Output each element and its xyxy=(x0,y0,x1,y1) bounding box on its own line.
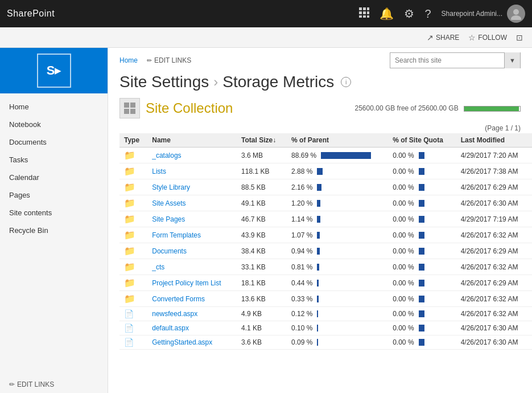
parent-bar xyxy=(317,280,319,286)
cell-type: 📁 xyxy=(119,163,147,179)
name-link[interactable]: newsfeed.aspx xyxy=(152,310,197,318)
quota-bar xyxy=(419,184,424,191)
cell-type: 📁 xyxy=(119,148,147,163)
quota-bar xyxy=(419,152,424,159)
cell-pct-quota: 0.00 % xyxy=(388,211,456,227)
cell-pct-quota: 0.00 % xyxy=(388,148,456,163)
name-link[interactable]: Site Pages xyxy=(152,215,185,223)
sidebar-item-tasks[interactable]: Tasks xyxy=(0,151,108,169)
name-link[interactable]: _cts xyxy=(152,263,164,271)
nav-icons: 🔔 ⚙ ? Sharepoint Admini... xyxy=(359,5,525,23)
quota-bar xyxy=(419,248,424,255)
col-name[interactable]: Name xyxy=(147,133,237,148)
sidebar-item-home[interactable]: Home xyxy=(0,98,108,116)
file-icon: 📄 xyxy=(124,309,134,318)
name-link[interactable]: Documents xyxy=(152,247,187,255)
cell-name: newsfeed.aspx xyxy=(147,307,237,321)
table-container: Type Name Total Size↓ % of Parent % of S… xyxy=(108,133,532,350)
cell-last-modified: 4/26/2017 6:32 AM xyxy=(456,227,532,243)
edit-links-button[interactable]: ✏ EDIT LINKS xyxy=(147,56,191,64)
cell-name: Converted Forms xyxy=(147,291,237,307)
sidebar: S ▶ Home Notebook Documents Tasks Calend… xyxy=(0,48,108,393)
cell-pct-parent: 2.16 % xyxy=(287,179,388,195)
svg-rect-5 xyxy=(367,11,369,14)
name-link[interactable]: Site Assets xyxy=(152,199,185,207)
sidebar-item-pages[interactable]: Pages xyxy=(0,186,108,204)
cell-size: 49.1 KB xyxy=(237,195,287,211)
follow-button[interactable]: ☆ FOLLOW xyxy=(468,33,507,42)
folder-icon: 📁 xyxy=(124,294,135,304)
svg-rect-6 xyxy=(359,15,362,18)
cell-pct-quota: 0.00 % xyxy=(388,335,456,350)
sidebar-item-site-contents[interactable]: Site contents xyxy=(0,204,108,222)
sidebar-item-label: Site contents xyxy=(9,208,52,217)
table-header-row: Type Name Total Size↓ % of Parent % of S… xyxy=(119,133,532,148)
star-icon: ☆ xyxy=(468,33,476,42)
info-icon[interactable]: i xyxy=(341,77,351,87)
name-link[interactable]: Converted Forms xyxy=(152,295,205,303)
cell-type: 📁 xyxy=(119,243,147,259)
cell-pct-quota: 0.00 % xyxy=(388,291,456,307)
cell-last-modified: 4/26/2017 6:29 AM xyxy=(456,179,532,195)
cell-pct-parent: 1.07 % xyxy=(287,227,388,243)
cell-size: 4.1 KB xyxy=(237,321,287,335)
svg-rect-4 xyxy=(363,11,366,14)
share-button[interactable]: ↗ SHARE xyxy=(427,33,459,42)
search-box[interactable]: ▼ xyxy=(390,52,521,68)
table-row: 📁 Site Pages 46.7 KB 1.14 % 0.00 % 4/29/… xyxy=(119,211,532,227)
cell-pct-quota: 0.00 % xyxy=(388,227,456,243)
quota-bar xyxy=(419,168,424,175)
cell-type: 📁 xyxy=(119,259,147,275)
notifications-icon[interactable]: 🔔 xyxy=(380,7,394,21)
file-icon: 📄 xyxy=(124,324,134,333)
col-size[interactable]: Total Size↓ xyxy=(237,133,287,148)
popout-button[interactable]: ⊡ xyxy=(516,33,523,42)
cell-pct-parent: 0.09 % xyxy=(287,335,388,350)
search-input[interactable] xyxy=(390,56,504,64)
content-header: Home ✏ EDIT LINKS ▼ xyxy=(108,48,532,68)
user-menu[interactable]: Sharepoint Admini... xyxy=(442,5,525,23)
waffle-icon[interactable] xyxy=(359,7,369,21)
folder-icon: 📁 xyxy=(124,166,135,176)
cell-pct-quota: 0.00 % xyxy=(388,307,456,321)
parent-bar xyxy=(317,216,320,223)
name-link[interactable]: _catalogs xyxy=(152,152,181,159)
sidebar-item-notebook[interactable]: Notebook xyxy=(0,116,108,133)
cell-name: Lists xyxy=(147,163,237,179)
svg-rect-7 xyxy=(363,15,366,18)
name-link[interactable]: default.aspx xyxy=(152,324,189,332)
parent-bar xyxy=(317,296,319,302)
col-pct-quota: % of Site Quota xyxy=(388,133,456,148)
table-row: 📁 _catalogs 3.6 MB 88.69 % 0.00 % 4/29/2… xyxy=(119,148,532,163)
name-link[interactable]: Style Library xyxy=(152,183,190,191)
name-link[interactable]: Project Policy Item List xyxy=(152,279,221,287)
name-link[interactable]: GettingStarted.aspx xyxy=(152,338,212,346)
sharepoint-logo: SharePoint xyxy=(7,9,359,19)
cell-size: 13.6 KB xyxy=(237,291,287,307)
user-name: Sharepoint Admini... xyxy=(442,10,502,18)
page-info: (Page 1 / 1) xyxy=(485,124,521,132)
cell-type: 📄 xyxy=(119,321,147,335)
cell-name: _cts xyxy=(147,259,237,275)
name-link[interactable]: Form Templates xyxy=(152,231,201,239)
help-icon[interactable]: ? xyxy=(424,7,431,21)
storage-bar xyxy=(464,106,521,112)
table-row: 📁 Style Library 88.5 KB 2.16 % 0.00 % 4/… xyxy=(119,179,532,195)
quota-bar xyxy=(419,264,424,271)
sidebar-edit-links[interactable]: ✏ EDIT LINKS xyxy=(0,376,108,393)
search-submit-button[interactable]: ▼ xyxy=(504,52,520,68)
site-logo: S ▶ xyxy=(0,48,108,93)
cell-last-modified: 4/26/2017 6:32 AM xyxy=(456,307,532,321)
breadcrumb-home[interactable]: Home xyxy=(119,56,138,64)
cell-size: 88.5 KB xyxy=(237,179,287,195)
settings-icon[interactable]: ⚙ xyxy=(404,7,414,21)
table-row: 📁 _cts 33.1 KB 0.81 % 0.00 % 4/26/2017 6… xyxy=(119,259,532,275)
sidebar-item-calendar[interactable]: Calendar xyxy=(0,169,108,186)
sidebar-item-documents[interactable]: Documents xyxy=(0,133,108,151)
name-link[interactable]: Lists xyxy=(152,167,166,175)
sidebar-item-recycle-bin[interactable]: Recycle Bin xyxy=(0,222,108,239)
cell-size: 46.7 KB xyxy=(237,211,287,227)
sidebar-item-label: Home xyxy=(9,103,29,111)
share-icon: ↗ xyxy=(427,33,434,42)
cell-pct-parent: 0.44 % xyxy=(287,275,388,291)
